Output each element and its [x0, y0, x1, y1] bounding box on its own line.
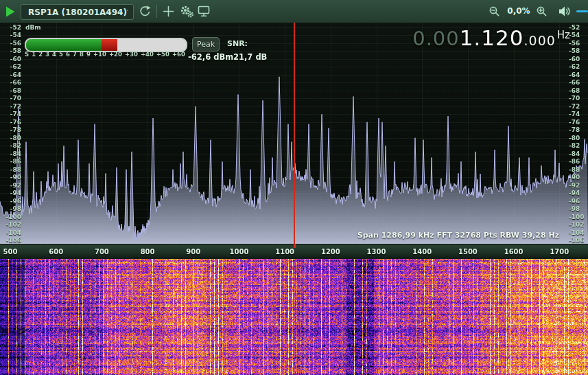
dbm-tick-label: -90 — [569, 174, 588, 181]
dbm-tick-label: -98 — [1, 205, 21, 212]
frequency-tick-label: 900 — [180, 248, 207, 255]
dbm-tick-label: -66 — [1, 79, 21, 86]
frequency-tick-label: 1600 — [500, 248, 528, 255]
signal-meter-scale-mark: +40 — [141, 51, 154, 58]
frequency-tick-label: 1300 — [363, 248, 390, 255]
dbm-tick-label: -68 — [1, 87, 21, 94]
dbm-tick-label: -82 — [569, 142, 588, 149]
signal-meter-scale-mark: +50 — [156, 51, 169, 58]
dbm-tick-label: -86 — [1, 158, 21, 165]
frequency-main-digits: 1.120 — [460, 25, 524, 50]
dbm-tick-label: -64 — [1, 71, 21, 78]
dbm-tick-label: -102 — [1, 221, 21, 228]
signal-meter — [25, 38, 187, 52]
dbm-tick-label: -62 — [569, 63, 588, 70]
zoom-percent-value: 0,0% — [506, 6, 532, 16]
refresh-icon — [138, 10, 152, 21]
dbm-tick-label: -100 — [1, 214, 21, 220]
dbm-tick-label: -74 — [569, 111, 588, 117]
dbm-tick-label: -86 — [569, 158, 588, 165]
dbm-tick-label: -104 — [1, 229, 21, 236]
dbm-tick-label: -106 — [569, 237, 588, 244]
frequency-trailing-digits: .000 — [524, 33, 556, 48]
dbm-tick-label: -80 — [569, 135, 588, 141]
dbm-tick-label: -106 — [1, 237, 21, 244]
dbm-tick-label: -60 — [569, 56, 588, 62]
signal-meter-scale-mark: 5 — [59, 51, 63, 58]
signal-meter-scale-mark: 9 — [86, 51, 91, 58]
device-selector-value: RSP1A (180201A494) — [21, 8, 127, 17]
device-selector-dropdown[interactable]: RSP1A (180201A494) — [21, 4, 134, 20]
dbm-tick-label: -52 — [1, 24, 21, 31]
frequency-tick-label: 600 — [43, 248, 70, 255]
span-fft-rbw-readout: Span 1286,99 kHz FFT 32768 Pts RBW 39,28… — [357, 231, 559, 240]
toolbar: RSP1A (180201A494) — [0, 0, 588, 23]
dbm-tick-label: -88 — [569, 166, 588, 173]
y-axis-unit-label: dBm — [25, 24, 41, 31]
dbm-tick-label: -66 — [569, 79, 588, 86]
dbm-tick-label: -84 — [1, 150, 21, 157]
spectrum-analyzer-app: RSP1A (180201A494) — [0, 0, 588, 375]
settings-button[interactable] — [180, 5, 194, 21]
chevron-down-icon — [127, 10, 128, 14]
toolbar-divider — [156, 5, 157, 18]
dbm-tick-label: -70 — [1, 95, 21, 102]
signal-meter-scale-mark: 1 — [32, 51, 36, 58]
signal-meter-scale-mark: S — [25, 51, 29, 58]
gears-icon — [180, 10, 194, 21]
frequency-tick-label: 1700 — [545, 248, 573, 255]
dbm-tick-label: -78 — [569, 126, 588, 133]
dbm-tick-label: -78 — [1, 126, 21, 133]
dbm-tick-label: -74 — [1, 111, 21, 117]
frequency-unit: Hz — [557, 29, 570, 41]
dbm-tick-label: -72 — [1, 103, 21, 110]
waterfall-canvas[interactable] — [0, 259, 588, 375]
dbm-tick-label: -58 — [1, 47, 21, 54]
frequency-tick-label: 1400 — [408, 248, 436, 255]
zoom-in-button[interactable] — [536, 5, 548, 19]
signal-meter-scale-mark: +60 — [172, 51, 185, 58]
frequency-tick-label: 800 — [134, 248, 161, 255]
signal-meter-scale-mark: 2 — [38, 51, 43, 58]
frequency-leading-zeros: 0.00 — [412, 27, 460, 50]
peak-button[interactable]: Peak — [192, 37, 220, 52]
dbm-tick-label: -82 — [1, 142, 21, 149]
signal-meter-scale-mark: 7 — [73, 51, 77, 58]
signal-meter-scale: S123456789+10+20+30+40+50+60 — [25, 51, 185, 58]
dbm-tick-label: -102 — [569, 221, 588, 228]
signal-meter-red-segment — [102, 39, 117, 51]
zoom-in-icon — [536, 9, 548, 19]
signal-meter-scale-mark: +20 — [109, 51, 122, 58]
dbm-tick-label: -90 — [1, 174, 21, 181]
dbm-tick-label: -58 — [569, 47, 588, 54]
signal-meter-scale-mark: 4 — [52, 51, 56, 58]
monitor-icon — [198, 9, 210, 19]
dbm-tick-label: -98 — [569, 205, 588, 212]
zoom-out-button[interactable] — [489, 5, 500, 19]
volume-slider[interactable] — [576, 10, 588, 12]
volume-button[interactable] — [558, 5, 572, 19]
dbm-tick-label: -64 — [569, 71, 588, 78]
dbm-tick-label: -100 — [569, 214, 588, 220]
dbm-tick-label: -88 — [1, 166, 21, 173]
dbm-tick-label: -96 — [1, 198, 21, 205]
frequency-display[interactable]: 0.001.120.000Hz — [412, 25, 570, 50]
frequency-tick-label: 1000 — [225, 248, 252, 255]
play-button[interactable] — [5, 6, 16, 19]
frequency-tick-label: 700 — [88, 248, 115, 255]
add-panel-button[interactable] — [163, 5, 174, 19]
play-icon — [5, 9, 16, 19]
dbm-tick-label: -54 — [1, 32, 21, 38]
display-button[interactable] — [198, 5, 210, 19]
dbm-tick-label: -94 — [569, 190, 588, 196]
dbm-tick-label: -52 — [569, 24, 588, 31]
dbm-tick-label: -94 — [1, 190, 21, 196]
dbm-tick-label: -92 — [1, 182, 21, 189]
refresh-button[interactable] — [138, 5, 152, 21]
dbm-tick-label: -60 — [1, 56, 21, 62]
signal-meter-scale-mark: 6 — [66, 51, 70, 58]
signal-meter-scale-mark: 3 — [45, 51, 49, 58]
dbm-tick-label: -76 — [569, 119, 588, 126]
signal-meter-scale-mark: +30 — [125, 51, 138, 58]
dbm-tick-label: -62 — [1, 63, 21, 70]
